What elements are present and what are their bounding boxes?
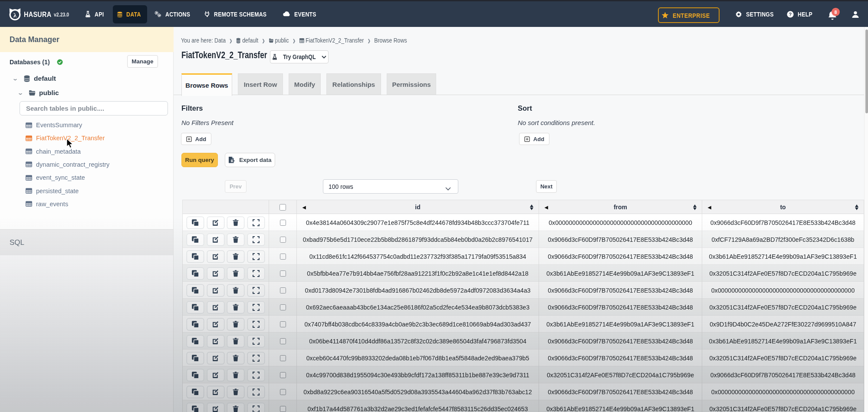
svg-text:λ: λ [13,12,17,19]
svg-text:?: ? [789,12,792,17]
